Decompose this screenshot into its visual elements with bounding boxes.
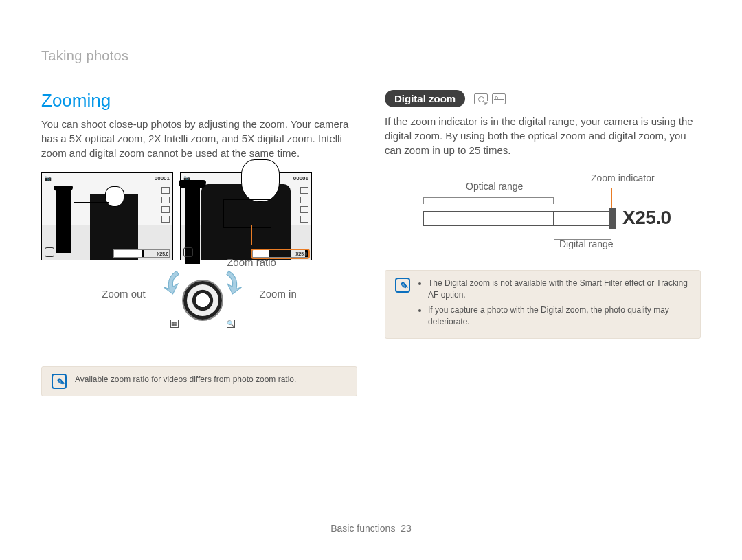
note-text: Available zoom ratio for videos differs … — [75, 374, 296, 385]
timer-icon — [161, 216, 170, 223]
zoom-bar-value: X25.0 — [295, 250, 307, 257]
resolution-icon — [300, 187, 308, 194]
side-status-icons — [161, 187, 170, 223]
flash-icon — [300, 206, 308, 213]
footer-page-number: 23 — [401, 523, 412, 534]
af-icon — [183, 247, 193, 257]
lamp-illustration — [56, 186, 71, 253]
note-item: The Digital zoom is not available with t… — [428, 278, 690, 302]
note-box-right: ✎ The Digital zoom is not available with… — [385, 270, 701, 339]
flash-icon — [161, 206, 170, 213]
focus-box — [223, 199, 271, 228]
af-icon — [45, 247, 54, 257]
digital-zoom-pill: Digital zoom — [385, 90, 465, 107]
zoom-wheel-icon — [183, 281, 222, 320]
zoom-in-label: Zoom in — [260, 288, 297, 300]
mode-icons — [474, 93, 506, 104]
note-icon: ✎ — [52, 374, 67, 389]
camera-screen-wide: 📷 00001 — [41, 172, 173, 260]
note-box-left: ✎ Available zoom ratio for videos differ… — [41, 366, 357, 396]
section-title: Zooming — [41, 90, 357, 111]
note-icon: ✎ — [395, 278, 410, 293]
zoom-range-diagram: Optical range Zoom indicator X25.0 Digit… — [423, 178, 691, 254]
quality-icon — [161, 197, 170, 203]
focus-box — [74, 202, 109, 225]
optical-range-label: Optical range — [466, 181, 523, 192]
digital-range-label: Digital range — [559, 238, 614, 249]
side-status-icons — [300, 187, 308, 223]
camera-screen-zoomed: 📷 00001 — [180, 172, 312, 260]
note-item: If you capture a photo with the Digital … — [428, 304, 690, 328]
zoom-bar: X25.0 — [113, 249, 170, 258]
shot-counter: 00001 — [293, 175, 308, 181]
body-text-right: If the zoom indicator is in the digital … — [385, 114, 701, 157]
zoom-indicator-line — [611, 188, 612, 208]
zoom-control-diagram: Zoom out ▦ 🔍 Zoom in — [41, 266, 357, 335]
zoom-in-magnifier-icon: 🔍 — [227, 320, 235, 328]
zoom-out-grid-icon: ▦ — [170, 320, 179, 328]
zoom-out-label: Zoom out — [102, 288, 145, 300]
optical-range-bracket — [423, 197, 554, 204]
zoom-indicator-label: Zoom indicator — [591, 172, 655, 183]
timer-icon — [300, 216, 308, 223]
page-footer: Basic functions 23 — [0, 523, 742, 534]
footer-section: Basic functions — [330, 523, 395, 534]
shot-counter: 00001 — [155, 175, 170, 181]
scene-mode-icon — [492, 93, 506, 104]
zoom-value: X25.0 — [622, 207, 671, 229]
zoom-indicator-cursor — [609, 208, 616, 229]
program-mode-icon — [474, 93, 488, 104]
quality-icon — [300, 197, 308, 203]
digital-range-bar — [554, 211, 611, 226]
camera-icon: 📷 — [45, 175, 52, 181]
resolution-icon — [161, 187, 170, 194]
note-text-list: The Digital zoom is not available with t… — [418, 278, 690, 331]
breadcrumb: Taking photos — [41, 48, 701, 64]
camera-screenshots: 📷 00001 — [41, 172, 357, 260]
optical-range-bar — [423, 211, 554, 226]
zoom-bar-value: X25.0 — [157, 250, 168, 257]
body-text-left: You can shoot close-up photos by adjusti… — [41, 117, 357, 160]
